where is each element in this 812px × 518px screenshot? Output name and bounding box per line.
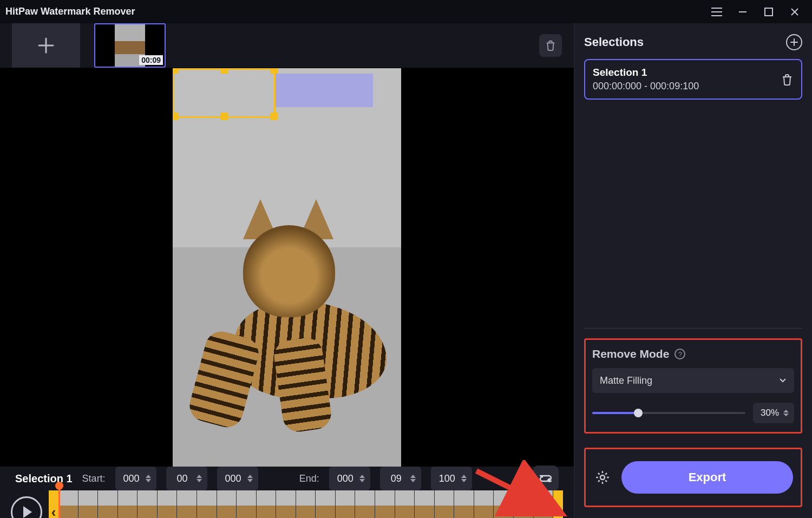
selection-time-controls: Selection 1 Start: 000 00 000 End: 000 0…	[0, 467, 574, 490]
add-selection-button[interactable]	[786, 34, 802, 50]
end-minutes-stepper[interactable]: 09	[380, 467, 421, 490]
playhead[interactable]	[58, 483, 60, 518]
end-label: End:	[299, 473, 319, 484]
video-frame	[173, 68, 401, 467]
hamburger-icon[interactable]	[710, 5, 723, 18]
remove-mode-select[interactable]: Matte Filling	[592, 368, 794, 393]
start-label: Start:	[82, 473, 106, 484]
video-preview[interactable]	[0, 68, 574, 467]
right-panel: Selections Selection 1 000:00:000 - 000:…	[574, 23, 812, 518]
selection-name-label: Selection 1	[15, 473, 73, 485]
close-icon[interactable]	[788, 5, 801, 18]
intensity-value: 30%	[761, 408, 779, 418]
maximize-icon[interactable]	[762, 5, 775, 18]
export-button[interactable]: Export	[621, 461, 793, 494]
watermark-mask-preview	[276, 74, 373, 107]
selection-card-range: 000:00:000 - 000:09:100	[593, 81, 699, 92]
timeline-frames[interactable]	[58, 490, 553, 518]
loop-button[interactable]	[533, 465, 559, 491]
app-title: HitPaw Watermark Remover	[5, 6, 135, 17]
intensity-value-stepper[interactable]: 30%	[753, 403, 794, 423]
selection-box[interactable]	[173, 68, 276, 118]
start-ms-stepper[interactable]: 000	[217, 467, 258, 490]
start-minutes-stepper[interactable]: 00	[166, 467, 207, 490]
play-button[interactable]	[11, 496, 42, 518]
clip-duration: 00:09	[139, 55, 163, 65]
remove-mode-title: Remove Mode	[592, 347, 669, 360]
export-section: Export	[584, 448, 802, 507]
timeline-track[interactable]: ‹ ›	[49, 490, 563, 518]
start-hours-stepper[interactable]: 000	[115, 467, 156, 490]
window-controls	[710, 5, 807, 18]
selection-card-name: Selection 1	[593, 67, 699, 78]
title-bar: HitPaw Watermark Remover	[0, 0, 812, 23]
end-ms-stepper[interactable]: 100	[431, 467, 472, 490]
svg-rect-0	[765, 8, 772, 16]
delete-selection-button[interactable]	[781, 73, 794, 86]
svg-point-1	[600, 475, 605, 480]
timeline: ‹ ›	[0, 490, 574, 518]
export-button-label: Export	[689, 470, 726, 484]
clip-thumbnail[interactable]: 00:09	[94, 23, 166, 68]
trim-handle-right[interactable]: ›	[553, 490, 563, 518]
remove-mode-section: Remove Mode ? Matte Filling 30%	[584, 338, 802, 434]
minimize-icon[interactable]	[736, 5, 749, 18]
help-icon[interactable]: ?	[675, 349, 685, 359]
clip-bar: 00:09	[0, 23, 574, 68]
settings-button[interactable]	[593, 468, 612, 487]
intensity-slider[interactable]	[592, 412, 745, 414]
selection-card[interactable]: Selection 1 000:00:000 - 000:09:100	[584, 59, 802, 100]
selections-title: Selections	[584, 35, 644, 49]
panel-divider	[584, 328, 802, 329]
end-hours-stepper[interactable]: 000	[329, 467, 370, 490]
trim-handle-left[interactable]: ‹	[49, 490, 58, 518]
delete-clip-button[interactable]	[539, 34, 562, 57]
remove-mode-value: Matte Filling	[600, 375, 652, 386]
add-media-button[interactable]	[12, 23, 80, 68]
chevron-down-icon	[779, 378, 787, 383]
